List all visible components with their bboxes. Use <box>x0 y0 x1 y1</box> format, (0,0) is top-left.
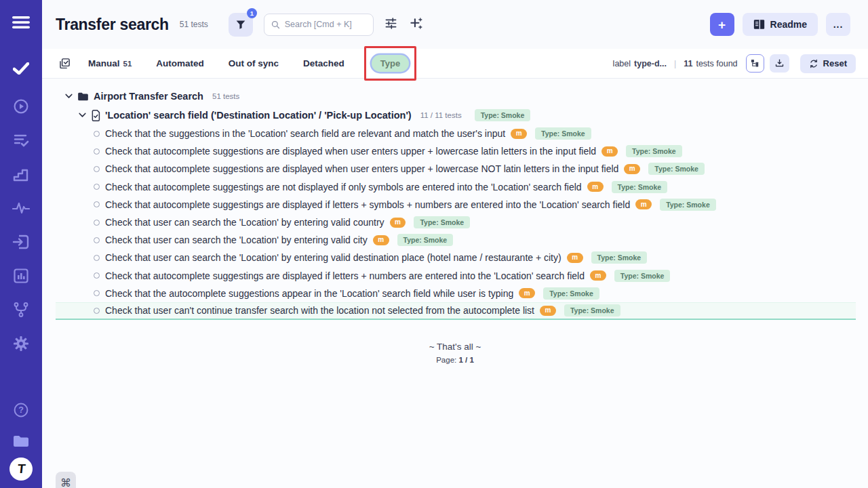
hamburger-menu-icon[interactable] <box>0 12 42 33</box>
settings-gear-icon[interactable] <box>0 333 42 354</box>
folder-icon <box>77 92 89 102</box>
filter-count-badge: 1 <box>247 8 257 18</box>
tabrow: Manual 51 Automated Out of sync Detached… <box>42 49 868 79</box>
type-smoke-badge: Type: Smoke <box>614 270 671 282</box>
select-all-button[interactable] <box>58 58 71 70</box>
search-input[interactable] <box>285 20 366 29</box>
tab-detached-label: Detached <box>303 58 344 68</box>
tab-detached[interactable]: Detached <box>303 58 344 68</box>
tree-view-toggle-button[interactable] <box>746 54 764 73</box>
manual-marker-badge: m <box>540 306 556 316</box>
filter-summary: label type-d... | 11 tests found <box>613 59 738 68</box>
tests-check-icon[interactable] <box>0 58 42 79</box>
test-title: Check that user can search the 'Location… <box>105 252 561 263</box>
type-filter-chip-wrapper: Type <box>372 55 409 72</box>
logo-letter: T <box>17 462 25 476</box>
download-icon <box>774 58 785 68</box>
help-icon[interactable]: ? <box>0 400 42 420</box>
projects-folder-icon[interactable] <box>0 431 42 451</box>
test-row[interactable]: Check that autocomplete suggestions are … <box>42 142 868 160</box>
suite-row[interactable]: 'Location' search field ('Destination Lo… <box>42 106 868 125</box>
command-shortcut-button[interactable]: ⌘ <box>56 472 76 488</box>
filter-button[interactable]: 1 <box>229 13 253 37</box>
tab-manual[interactable]: Manual 51 <box>88 58 132 68</box>
filter-summary-divider: | <box>674 59 676 68</box>
test-title: Check that autocomplete suggestings are … <box>105 270 585 281</box>
manual-marker-badge: m <box>519 288 535 298</box>
runs-play-icon[interactable] <box>0 96 42 117</box>
test-row[interactable]: Check that the autocomplete suggestions … <box>42 285 868 302</box>
test-title: Check that autocomplete suggestions are … <box>105 163 618 174</box>
suite-name: 'Location' search field ('Destination Lo… <box>105 110 412 121</box>
test-row[interactable]: Check that user can search the 'Location… <box>42 214 868 231</box>
test-row[interactable]: Check that user can search the 'Location… <box>42 249 868 266</box>
test-status-circle-icon <box>94 148 100 155</box>
test-tree: Airport Transfer Search 51 tests 'Locati… <box>42 79 868 320</box>
branch-icon[interactable] <box>0 300 42 320</box>
type-filter-chip[interactable]: Type <box>372 55 409 72</box>
add-button[interactable]: + <box>710 13 734 36</box>
manual-marker-badge: m <box>635 199 652 209</box>
topbar-actions: + Readme ... <box>710 13 850 36</box>
test-status-circle-icon <box>94 272 100 279</box>
manual-marker-badge: m <box>511 129 527 139</box>
test-title: Check that autocomplete suggestings are … <box>105 199 630 210</box>
test-row[interactable]: Check that autocomplete suggestings are … <box>42 196 868 214</box>
test-row[interactable]: Check that user can search the 'Location… <box>42 231 868 249</box>
test-title: Check that user can search the 'Location… <box>105 235 368 245</box>
page-label: Page: <box>436 356 456 364</box>
test-plans-list-icon[interactable] <box>0 130 42 150</box>
test-status-circle-icon <box>94 220 100 226</box>
book-icon <box>753 19 765 30</box>
analytics-chart-icon[interactable] <box>0 266 42 286</box>
tab-automated-label: Automated <box>156 58 204 68</box>
logo-t[interactable]: T <box>0 461 42 488</box>
more-button[interactable]: ... <box>826 13 850 36</box>
test-row[interactable]: Check that autocomplete suggestings are … <box>42 267 868 285</box>
manual-marker-badge: m <box>373 235 389 245</box>
thats-all-text: ~ That's all ~ <box>42 342 868 352</box>
test-status-circle-icon <box>94 184 100 190</box>
type-smoke-badge: Type: Smoke <box>612 181 668 193</box>
tab-automated[interactable]: Automated <box>156 58 204 68</box>
manual-marker-badge: m <box>601 146 618 157</box>
columns-settings-button[interactable] <box>383 16 399 33</box>
test-row[interactable]: Check that user can't continue transfer … <box>56 302 856 320</box>
manual-marker-badge: m <box>590 270 606 281</box>
reset-button[interactable]: Reset <box>800 54 856 73</box>
test-status-circle-icon <box>94 308 100 314</box>
folder-row[interactable]: Airport Transfer Search 51 tests <box>42 87 868 106</box>
tab-out-of-sync[interactable]: Out of sync <box>229 58 279 68</box>
refresh-icon <box>809 59 818 68</box>
type-smoke-badge: Type: Smoke <box>535 127 591 140</box>
tab-manual-label: Manual <box>88 58 120 68</box>
import-icon[interactable] <box>0 232 42 252</box>
main-content: Transfer search 51 tests 1 + Readme ... <box>42 0 868 488</box>
test-status-circle-icon <box>94 166 100 172</box>
tree-view-icon <box>750 58 760 68</box>
test-row[interactable]: Check that autocomplete suggestions are … <box>42 160 868 178</box>
funnel-icon <box>235 19 246 30</box>
sliders-icon <box>384 17 397 30</box>
manual-marker-badge: m <box>587 182 604 192</box>
folder-name: Airport Transfer Search <box>94 91 203 102</box>
test-row[interactable]: Check that the suggestions in the 'Locat… <box>42 125 868 142</box>
manual-marker-badge: m <box>390 218 406 228</box>
type-smoke-badge: Type: Smoke <box>591 251 648 264</box>
list-footer: ~ That's all ~ Page: 1 / 1 <box>42 342 868 364</box>
type-smoke-badge: Type: Smoke <box>397 234 454 246</box>
test-title: Check that the autocomplete suggestions … <box>105 288 513 299</box>
download-button[interactable] <box>770 54 789 73</box>
pulse-icon[interactable] <box>0 198 42 218</box>
steps-icon[interactable] <box>0 164 42 184</box>
search-box[interactable] <box>264 14 374 36</box>
filter-summary-label: label <box>613 59 631 68</box>
folder-meta: 51 tests <box>212 92 239 100</box>
chevron-down-icon <box>65 94 73 99</box>
filter-summary-value: type-d... <box>634 59 667 68</box>
readme-button[interactable]: Readme <box>743 13 818 36</box>
test-list: Check that the suggestions in the 'Locat… <box>42 125 868 320</box>
test-row[interactable]: Check that autocomplete suggestings are … <box>42 178 868 196</box>
ai-sparkles-button[interactable] <box>408 16 424 33</box>
type-smoke-badge: Type: Smoke <box>564 304 620 317</box>
